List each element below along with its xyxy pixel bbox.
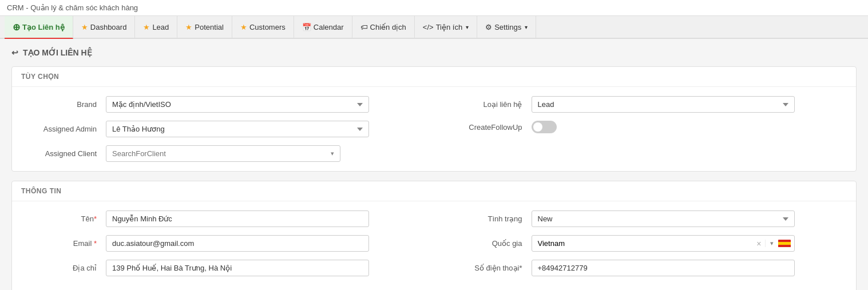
nav-lead[interactable]: ★ Lead <box>135 15 177 38</box>
options-section: TÙY CHỌN Brand Mặc định/VietISO Assigned… <box>11 66 857 172</box>
chevron-down-icon-tienich: ▾ <box>466 24 469 30</box>
loai-lien-he-select[interactable]: Lead <box>532 96 795 113</box>
so-dien-thoai-label: Số điện thoại* <box>440 264 532 272</box>
title-bar: CRM - Quản lý & chăm sóc khách hàng <box>0 0 868 16</box>
nav-customers-label: Customers <box>249 23 286 31</box>
page-title: TẠO MỚI LIÊN HỆ <box>23 48 92 57</box>
quoc-gia-input[interactable] <box>532 236 754 251</box>
options-right-col: Loại liên hệ Lead CreateFollowUp <box>429 96 843 162</box>
brand-select[interactable]: Mặc định/VietISO <box>106 96 369 113</box>
nav-create-contact[interactable]: ⊕ Tạo Liên hệ <box>5 16 73 39</box>
code-icon: </> <box>423 23 434 31</box>
loai-lien-he-row: Loại liên hệ Lead <box>440 96 843 113</box>
phone-required: * <box>519 264 522 272</box>
email-row: Email * <box>26 235 429 252</box>
star-icon-lead: ★ <box>143 23 150 31</box>
dia-chi-label: Địa chỉ <box>26 264 106 272</box>
brand-label: Brand <box>26 100 106 109</box>
nav-calendar-label: Calendar <box>314 23 344 31</box>
options-form: Brand Mặc định/VietISO Assigned Admin Lê… <box>26 96 842 162</box>
dia-chi-row: Địa chỉ <box>26 260 429 276</box>
ten-label: Tên* <box>26 214 106 223</box>
gear-icon: ⚙ <box>485 23 492 31</box>
toggle-slider <box>532 121 557 133</box>
ten-row: Tên* <box>26 210 429 227</box>
tinh-trang-label: Tình trạng <box>440 214 532 223</box>
ten-input[interactable] <box>106 210 369 227</box>
nav-chien-dich[interactable]: 🏷 Chiến dịch <box>352 15 415 38</box>
nav-potential[interactable]: ★ Potential <box>177 15 232 38</box>
email-label: Email * <box>26 239 106 248</box>
tag-icon: 🏷 <box>360 23 368 31</box>
page-content: ↩ TẠO MỚI LIÊN HỆ TÙY CHỌN Brand Mặc địn… <box>0 39 868 290</box>
email-required: * <box>92 239 97 248</box>
plus-icon: ⊕ <box>13 22 20 33</box>
quoc-gia-wrapper: × ▾ <box>532 235 795 252</box>
nav-settings-label: Settings <box>494 23 521 31</box>
page-header: ↩ TẠO MỚI LIÊN HỆ <box>11 48 857 57</box>
app-title: CRM - Quản lý & chăm sóc khách hàng <box>7 3 138 12</box>
assigned-admin-row: Assigned Admin Lê Thảo Hương <box>26 121 429 137</box>
nav-tien-ich-label: Tiện ích <box>436 23 463 31</box>
brand-row: Brand Mặc định/VietISO <box>26 96 429 113</box>
quoc-gia-label: Quốc gia <box>440 239 532 248</box>
assigned-client-row: Assigned Client ▾ <box>26 145 429 162</box>
info-form: Tên* Email * Địa chỉ <box>26 210 842 284</box>
email-input[interactable] <box>106 235 369 252</box>
info-left-col: Tên* Email * Địa chỉ <box>26 210 429 284</box>
info-section-body: Tên* Email * Địa chỉ <box>12 201 856 290</box>
quoc-gia-row: Quốc gia × ▾ <box>440 235 843 252</box>
back-icon[interactable]: ↩ <box>11 48 18 57</box>
chevron-down-icon-client[interactable]: ▾ <box>325 150 340 157</box>
options-left-col: Brand Mặc định/VietISO Assigned Admin Lê… <box>26 96 429 162</box>
chevron-down-icon-country[interactable]: ▾ <box>765 240 778 247</box>
options-section-body: Brand Mặc định/VietISO Assigned Admin Lê… <box>12 87 856 171</box>
create-follow-up-row: CreateFollowUp <box>440 121 843 133</box>
assigned-admin-label: Assigned Admin <box>26 125 106 133</box>
assigned-client-label: Assigned Client <box>26 149 106 158</box>
nav-dashboard[interactable]: ★ Dashboard <box>73 15 136 38</box>
star-icon: ★ <box>81 23 88 31</box>
vietnam-flag <box>778 240 791 248</box>
so-dien-thoai-row: Số điện thoại* <box>440 260 843 276</box>
nav-settings[interactable]: ⚙ Settings ▾ <box>477 15 536 38</box>
options-section-title: TÙY CHỌN <box>12 67 856 87</box>
loai-lien-he-label: Loại liên hệ <box>440 100 532 109</box>
star-icon-customers: ★ <box>240 23 247 31</box>
tinh-trang-select[interactable]: New <box>532 210 795 227</box>
nav-customers[interactable]: ★ Customers <box>232 15 294 38</box>
ten-required: * <box>94 214 97 223</box>
info-section-title: THÔNG TIN <box>12 181 856 201</box>
assigned-client-select-wrapper: ▾ <box>106 145 340 162</box>
nav-create-contact-label: Tạo Liên hệ <box>22 23 65 31</box>
nav-dashboard-label: Dashboard <box>90 23 127 31</box>
create-follow-up-label: CreateFollowUp <box>440 123 532 132</box>
nav-bar: ⊕ Tạo Liên hệ ★ Dashboard ★ Lead ★ Poten… <box>0 16 868 39</box>
assigned-client-input[interactable] <box>106 146 325 161</box>
nav-tien-ich[interactable]: </> Tiện ích ▾ <box>415 15 477 38</box>
dia-chi-input[interactable] <box>106 260 369 276</box>
so-dien-thoai-input[interactable] <box>532 260 795 276</box>
info-right-col: Tình trạng New Quốc gia × ▾ <box>429 210 843 284</box>
assigned-admin-select[interactable]: Lê Thảo Hương <box>106 121 369 137</box>
nav-potential-label: Potential <box>195 23 224 31</box>
clear-icon[interactable]: × <box>753 239 764 248</box>
info-section: THÔNG TIN Tên* Email * <box>11 181 857 290</box>
star-icon-potential: ★ <box>185 23 192 31</box>
nav-lead-label: Lead <box>152 23 169 31</box>
create-follow-up-toggle[interactable] <box>532 121 557 133</box>
calendar-icon: 📅 <box>302 23 311 31</box>
chevron-down-icon-settings: ▾ <box>525 24 528 30</box>
nav-chien-dich-label: Chiến dịch <box>370 23 406 31</box>
tinh-trang-row: Tình trạng New <box>440 210 843 227</box>
nav-calendar[interactable]: 📅 Calendar <box>294 15 352 38</box>
